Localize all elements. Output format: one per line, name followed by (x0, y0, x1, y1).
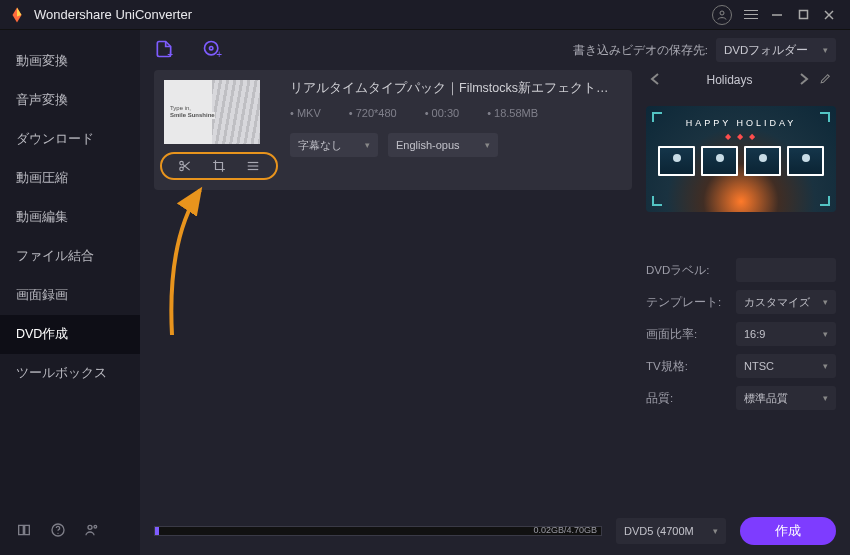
template-panel: Holidays HAPPY HOLIDAY ◆ ◆ ◆ (646, 70, 836, 497)
file-metadata: MKV 720*480 00:30 18.58MB (290, 107, 622, 119)
svg-point-11 (210, 46, 213, 49)
save-destination-select[interactable]: DVDフォルダー ▾ (716, 38, 836, 62)
file-resolution: 720*480 (349, 107, 397, 119)
sidebar-item-video-convert[interactable]: 動画変換 (0, 42, 140, 81)
template-select[interactable]: カスタマイズ▾ (736, 290, 836, 314)
aspect-ratio-label: 画面比率: (646, 327, 697, 342)
chevron-down-icon: ▾ (823, 45, 828, 55)
tv-standard-select[interactable]: NTSC▾ (736, 354, 836, 378)
svg-text:+: + (216, 49, 222, 59)
help-icon[interactable] (50, 522, 66, 541)
svg-point-6 (57, 533, 58, 534)
svg-text:+: + (167, 49, 173, 59)
svg-point-7 (88, 525, 92, 529)
quality-label: 品質: (646, 391, 673, 406)
subtitle-select[interactable]: 字幕なし ▾ (290, 133, 378, 157)
sidebar-item-video-edit[interactable]: 動画編集 (0, 198, 140, 237)
load-disc-icon[interactable]: + (202, 39, 222, 62)
sidebar-item-download[interactable]: ダウンロード (0, 120, 140, 159)
sidebar-item-compress[interactable]: 動画圧縮 (0, 159, 140, 198)
template-edit-icon[interactable] (817, 70, 834, 90)
dvd-label-label: DVDラベル: (646, 263, 709, 278)
file-duration: 00:30 (425, 107, 459, 119)
dvd-label-input[interactable] (736, 258, 836, 282)
annotation-arrow (162, 180, 252, 340)
svg-rect-2 (799, 11, 807, 19)
chevron-down-icon: ▾ (713, 526, 718, 536)
subtitle-value: 字幕なし (298, 138, 342, 153)
sidebar-item-audio-convert[interactable]: 音声変換 (0, 81, 140, 120)
template-name: Holidays (706, 73, 752, 87)
file-thumbnail[interactable]: Type in, Smile Sunshine (164, 80, 260, 144)
quality-select[interactable]: 標準品質▾ (736, 386, 836, 410)
crop-icon[interactable] (212, 159, 226, 173)
chevron-down-icon: ▾ (485, 140, 490, 150)
chevron-down-icon: ▾ (823, 393, 828, 403)
app-logo-icon (8, 6, 26, 24)
template-banner-text: HAPPY HOLIDAY (646, 118, 836, 128)
sidebar-item-dvd-create[interactable]: DVD作成 (0, 315, 140, 354)
hamburger-menu-icon[interactable] (738, 4, 764, 26)
svg-point-0 (720, 11, 724, 15)
file-card: Type in, Smile Sunshine (154, 70, 632, 190)
titlebar: Wondershare UniConverter (0, 0, 850, 30)
disc-type-value: DVD5 (4700M (624, 525, 694, 537)
effects-icon[interactable] (246, 159, 260, 173)
template-preview[interactable]: HAPPY HOLIDAY ◆ ◆ ◆ (646, 106, 836, 212)
maximize-button[interactable] (790, 4, 816, 26)
sidebar-item-toolbox[interactable]: ツールボックス (0, 354, 140, 393)
template-next-button[interactable] (797, 71, 811, 90)
chevron-down-icon: ▾ (823, 361, 828, 371)
aspect-ratio-select[interactable]: 16:9▾ (736, 322, 836, 346)
template-label: テンプレート: (646, 295, 721, 310)
save-destination-value: DVDフォルダー (724, 43, 808, 58)
disc-type-select[interactable]: DVD5 (4700M ▾ (616, 518, 726, 544)
sidebar: 動画変換 音声変換 ダウンロード 動画圧縮 動画編集 ファイル結合 画面録画 D… (0, 30, 140, 555)
template-prev-button[interactable] (648, 71, 662, 90)
file-format: MKV (290, 107, 321, 119)
chevron-down-icon: ▾ (365, 140, 370, 150)
tv-standard-label: TV規格: (646, 359, 688, 374)
app-title: Wondershare UniConverter (34, 7, 192, 22)
svg-point-8 (94, 525, 97, 528)
bottom-bar: 0.02GB/4.70GB DVD5 (4700M ▾ 作成 (140, 507, 850, 555)
file-title: リアルタイムタイプパック｜Filmstocks新エフェクト… (290, 80, 622, 97)
close-button[interactable] (816, 4, 842, 26)
edit-tools-highlight (160, 152, 278, 180)
audio-track-value: English-opus (396, 139, 460, 151)
chevron-down-icon: ▾ (823, 329, 828, 339)
dvd-settings: DVDラベル: テンプレート: カスタマイズ▾ 画面比率: (646, 258, 836, 410)
audio-track-select[interactable]: English-opus ▾ (388, 133, 498, 157)
toolbar: + + 書き込みビデオの保存先: DVDフォルダー ▾ (140, 30, 850, 70)
file-size: 18.58MB (487, 107, 538, 119)
trim-icon[interactable] (178, 159, 192, 173)
account-icon[interactable] (712, 5, 732, 25)
save-destination-label: 書き込みビデオの保存先: (573, 43, 708, 58)
sidebar-item-merge[interactable]: ファイル結合 (0, 237, 140, 276)
disc-capacity-text: 0.02GB/4.70GB (533, 525, 597, 535)
disc-capacity-bar: 0.02GB/4.70GB (154, 526, 602, 536)
create-button[interactable]: 作成 (740, 517, 836, 545)
sidebar-item-screen-record[interactable]: 画面録画 (0, 276, 140, 315)
contact-icon[interactable] (84, 522, 100, 541)
chevron-down-icon: ▾ (823, 297, 828, 307)
minimize-button[interactable] (764, 4, 790, 26)
add-file-icon[interactable]: + (154, 39, 174, 62)
guide-icon[interactable] (16, 522, 32, 541)
